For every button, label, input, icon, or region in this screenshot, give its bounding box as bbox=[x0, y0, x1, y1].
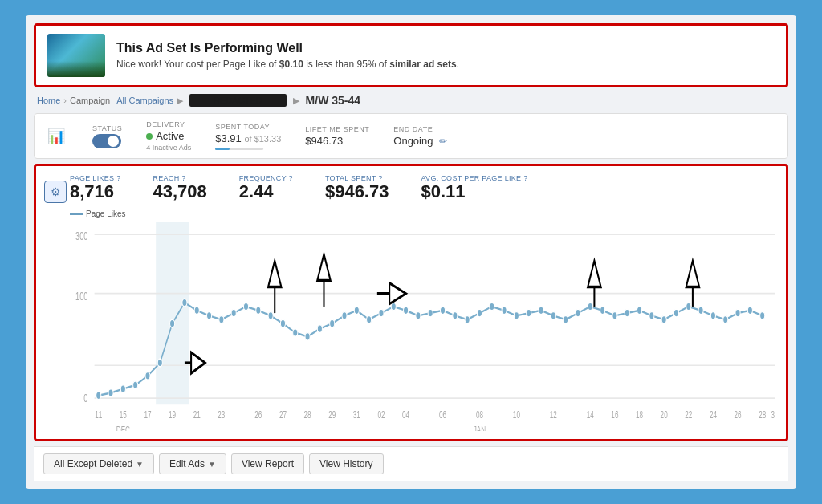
svg-point-35 bbox=[428, 309, 433, 317]
svg-point-26 bbox=[317, 325, 322, 333]
svg-point-11 bbox=[133, 381, 138, 389]
status-row: 📊 STATUS DELIVERY Active 4 Inactive Ads … bbox=[34, 113, 788, 159]
view-report-button[interactable]: View Report bbox=[231, 453, 304, 474]
svg-point-51 bbox=[625, 309, 629, 317]
lifetime-label: LIFETIME SPENT bbox=[305, 125, 369, 133]
campaign-name: REDACTED bbox=[189, 94, 287, 107]
breadcrumb: Home › Campaign All Campaigns ▶ REDACTED… bbox=[34, 92, 788, 108]
svg-point-39 bbox=[477, 309, 482, 317]
svg-point-60 bbox=[735, 309, 740, 317]
svg-point-52 bbox=[637, 307, 641, 315]
bottom-toolbar: All Except Deleted ▼ Edit Ads ▼ View Rep… bbox=[34, 446, 788, 481]
status-label: STATUS bbox=[92, 124, 122, 132]
svg-point-37 bbox=[453, 312, 458, 320]
main-container: This Ad Set Is Performing Well Nice work… bbox=[26, 15, 796, 489]
active-dot bbox=[146, 133, 153, 140]
metrics-row: PAGE LIKES ? 8,716 REACH ? 43,708 FREQUE… bbox=[70, 174, 775, 201]
svg-text:17: 17 bbox=[144, 408, 151, 420]
svg-marker-69 bbox=[191, 352, 205, 373]
svg-point-33 bbox=[404, 307, 409, 315]
svg-text:24: 24 bbox=[710, 408, 717, 420]
spent-bar bbox=[215, 148, 263, 150]
metric-total-spent: TOTAL SPENT ? $946.73 bbox=[325, 174, 389, 201]
breadcrumb-campaign-label: Campaign bbox=[70, 96, 110, 105]
svg-point-44 bbox=[539, 307, 543, 315]
line-chart: 300 100 0 bbox=[70, 222, 775, 431]
banner-subtitle-prefix: Nice work! Your cost per Page Like of bbox=[116, 59, 279, 70]
filter-dropdown-arrow: ▼ bbox=[136, 460, 144, 469]
svg-text:300: 300 bbox=[75, 230, 87, 243]
banner-cost: $0.10 bbox=[279, 59, 303, 70]
filter-label: All Except Deleted bbox=[54, 458, 132, 469]
chart-area: 300 100 0 bbox=[70, 222, 775, 431]
svg-point-41 bbox=[502, 307, 507, 315]
svg-point-22 bbox=[268, 312, 273, 320]
banner-subtitle: Nice work! Your cost per Page Like of $0… bbox=[116, 59, 459, 70]
legend-label: Page Likes bbox=[86, 209, 125, 218]
svg-text:28: 28 bbox=[304, 408, 311, 420]
svg-text:31: 31 bbox=[353, 408, 360, 420]
svg-point-50 bbox=[612, 312, 617, 320]
metric-avg-cost: AVG. COST PER PAGE LIKE ? $0.11 bbox=[421, 174, 527, 201]
metric-reach: REACH ? 43,708 bbox=[153, 174, 206, 201]
filter-button[interactable]: All Except Deleted ▼ bbox=[43, 453, 154, 474]
svg-text:27: 27 bbox=[279, 408, 287, 420]
svg-text:0: 0 bbox=[83, 392, 87, 405]
svg-point-38 bbox=[465, 316, 470, 324]
banner-title: This Ad Set Is Performing Well bbox=[116, 41, 459, 55]
performance-banner: This Ad Set Is Performing Well Nice work… bbox=[34, 23, 788, 87]
banner-subtitle-end: . bbox=[457, 59, 459, 70]
end-date-value: Ongoing ✏ bbox=[393, 135, 447, 147]
edit-ads-dropdown-arrow: ▼ bbox=[208, 460, 216, 469]
svg-point-47 bbox=[576, 309, 580, 317]
svg-text:10: 10 bbox=[513, 408, 520, 420]
svg-point-56 bbox=[686, 303, 691, 311]
svg-text:02: 02 bbox=[377, 408, 385, 420]
svg-text:28: 28 bbox=[759, 408, 766, 420]
svg-text:18: 18 bbox=[636, 408, 643, 420]
edit-ads-label: Edit Ads bbox=[169, 458, 205, 469]
svg-point-53 bbox=[649, 312, 654, 320]
edit-icon[interactable]: ✏ bbox=[439, 136, 447, 147]
svg-point-54 bbox=[661, 316, 666, 324]
metric-frequency-value: 2.44 bbox=[239, 182, 293, 201]
gear-button[interactable]: ⚙ bbox=[44, 181, 67, 203]
svg-text:21: 21 bbox=[193, 408, 201, 420]
status-toggle[interactable] bbox=[92, 134, 121, 148]
svg-point-13 bbox=[157, 359, 162, 367]
svg-point-55 bbox=[673, 309, 678, 317]
end-date-label: END DATE bbox=[393, 125, 447, 133]
svg-text:30: 30 bbox=[771, 408, 775, 420]
svg-point-43 bbox=[527, 309, 531, 317]
svg-point-19 bbox=[231, 309, 236, 317]
svg-point-15 bbox=[182, 299, 187, 307]
svg-rect-0 bbox=[156, 222, 189, 404]
metric-reach-value: 43,708 bbox=[153, 182, 206, 201]
svg-marker-67 bbox=[389, 283, 405, 304]
edit-ads-button[interactable]: Edit Ads ▼ bbox=[159, 453, 226, 474]
svg-point-8 bbox=[96, 392, 101, 400]
svg-marker-63 bbox=[268, 261, 281, 287]
delivery-value: Active bbox=[146, 130, 191, 142]
breadcrumb-home[interactable]: Home bbox=[37, 96, 60, 105]
svg-point-59 bbox=[723, 316, 728, 324]
svg-text:04: 04 bbox=[402, 408, 409, 420]
delivery-label: DELIVERY bbox=[146, 120, 191, 128]
svg-marker-65 bbox=[317, 254, 330, 281]
svg-point-62 bbox=[760, 312, 765, 320]
svg-point-45 bbox=[551, 312, 555, 320]
view-history-button[interactable]: View History bbox=[309, 453, 383, 474]
breadcrumb-sep-1: › bbox=[63, 96, 67, 105]
svg-text:22: 22 bbox=[685, 408, 692, 420]
svg-point-42 bbox=[514, 312, 519, 320]
svg-text:14: 14 bbox=[587, 408, 594, 420]
bar-chart-icon: 📊 bbox=[47, 128, 65, 145]
spent-today-value: $3.91 of $13.33 bbox=[215, 132, 281, 144]
svg-point-10 bbox=[120, 385, 125, 393]
lifetime-value: $946.73 bbox=[305, 135, 369, 147]
breadcrumb-all-campaigns[interactable]: All Campaigns bbox=[116, 96, 173, 105]
svg-point-24 bbox=[293, 329, 298, 337]
svg-text:16: 16 bbox=[611, 408, 618, 420]
banner-text: This Ad Set Is Performing Well Nice work… bbox=[116, 41, 459, 70]
svg-point-46 bbox=[564, 316, 568, 324]
